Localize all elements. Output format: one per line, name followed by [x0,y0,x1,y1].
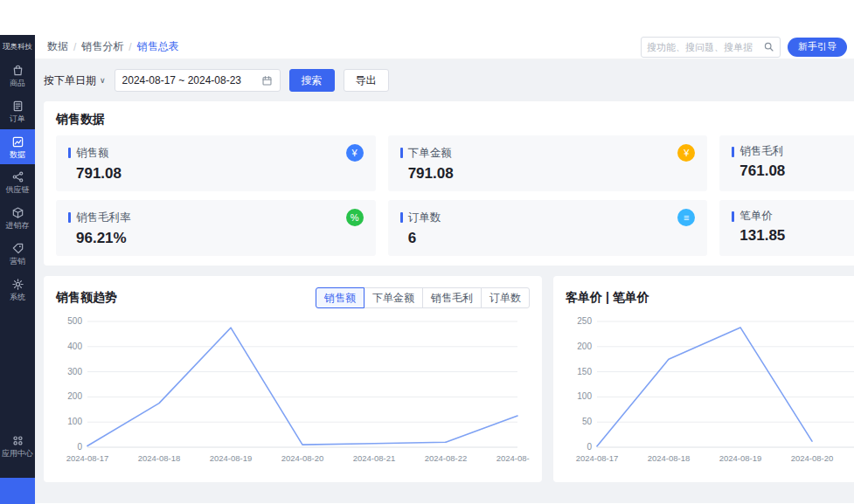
date-range-input[interactable]: 2024-08-17 ~ 2024-08-23 [115,69,281,92]
sidebar-item-supply-chain[interactable]: 供应链 [0,164,35,200]
marketing-icon [11,242,24,255]
breadcrumb-separator: / [128,41,131,53]
stat-value: 131.85 [732,227,854,245]
stat-card-sales-amount: 销售额¥ 791.08 [56,135,376,191]
svg-text:300: 300 [67,367,82,376]
stat-accent-bar [68,212,71,223]
stat-accent-bar [68,148,71,158]
app-grid-icon [11,434,24,447]
sidebar-item-label: 订单 [10,115,25,124]
breadcrumb-data[interactable]: 数据 [47,39,68,54]
stat-card-order-amount: 下单金额¥ 791.08 [388,135,708,191]
sidebar-item-label: 进销存 [6,222,30,231]
sidebar-item-label: 系统 [10,293,25,302]
svg-text:0: 0 [587,442,592,452]
stat-label: 笔单价 [739,209,773,224]
sales-trend-title: 销售额趋势 [56,290,117,306]
svg-text:2024-08-19: 2024-08-19 [210,453,253,463]
stat-value: 6 [400,230,696,247]
topbar: 数据 / 销售分析 / 销售总表 新手引导 [35,35,854,59]
guide-button[interactable]: 新手引导 [788,38,847,57]
sidebar-item-data[interactable]: 数据 [0,129,35,165]
svg-text:400: 400 [67,342,82,351]
svg-text:2024-08-18: 2024-08-18 [138,453,181,463]
sidebar-item-label: 供应链 [6,186,30,195]
stat-label: 订单数 [408,211,441,225]
export-button[interactable]: 导出 [344,69,389,92]
trend-tab-sales-amount[interactable]: 销售额 [316,287,365,308]
main-area: 数据 / 销售分析 / 销售总表 新手引导 按下单日期 ∨ [35,35,854,504]
svg-text:2024-08-19: 2024-08-19 [719,453,762,463]
supply-chain-icon [11,170,24,183]
search-button[interactable]: 搜索 [289,69,335,92]
sales-trend-card: 销售额趋势 销售额 下单金额 销售毛利 订单数 0100200300400500… [44,276,542,482]
gross-margin-icon: % [346,209,364,226]
search-input[interactable] [647,42,763,52]
top-whitespace [0,0,854,35]
global-search-box[interactable] [641,37,781,58]
sidebar-item-label: 数据 [10,151,25,160]
breadcrumb-sales-summary: 销售总表 [137,39,179,54]
svg-text:2024-08-22: 2024-08-22 [425,453,468,463]
brand-logo: 现奥科技 [0,35,35,58]
date-range-value: 2024-08-17 ~ 2024-08-23 [122,74,241,86]
date-type-select[interactable]: 按下单日期 ∨ [44,73,106,88]
svg-text:50: 50 [582,417,593,426]
breadcrumb-separator: / [73,41,76,53]
sidebar-item-marketing[interactable]: 营销 [0,236,35,272]
stat-accent-bar [400,148,403,158]
sales-trend-chart: 01002003004005002024-08-172024-08-182024… [56,313,530,466]
sidebar-item-label: 营销 [10,258,25,266]
stat-card-per-order-price: 笔单价 131.85 [719,200,854,256]
order-amount-icon: ¥ [677,144,695,162]
stat-card-gross-profit: 销售毛利 761.08 [719,135,854,191]
topbar-right: 新手引导 [641,37,847,58]
chevron-down-icon: ∨ [100,76,106,85]
svg-text:2024-08-20: 2024-08-20 [791,453,834,463]
trend-metric-tabs: 销售额 下单金额 销售毛利 订单数 [316,287,530,308]
sales-trend-header: 销售额趋势 销售额 下单金额 销售毛利 订单数 [56,287,530,309]
svg-text:500: 500 [67,316,82,326]
calendar-icon [261,75,273,86]
sidebar-item-inventory[interactable]: 进销存 [0,200,35,236]
breadcrumb-sales-analysis[interactable]: 销售分析 [81,39,123,54]
svg-text:100: 100 [67,417,82,426]
sidebar-item-products[interactable]: 商品 [0,58,35,93]
inventory-icon [11,206,24,219]
sidebar: 现奥科技 商品 订单 数据 供应链 进销存 [0,35,35,504]
svg-text:2024-08-18: 2024-08-18 [648,453,691,463]
order-icon [11,100,24,113]
sidebar-collapse-button[interactable] [0,478,35,504]
trend-tab-gross-profit[interactable]: 销售毛利 [422,287,482,308]
charts-row: 销售额趋势 销售额 下单金额 销售毛利 订单数 0100200300400500… [44,276,854,482]
sidebar-item-app-center[interactable]: 应用中心 [0,428,35,464]
svg-text:2024-08-17: 2024-08-17 [66,453,109,463]
order-count-icon: ≡ [677,209,695,226]
page-body: 按下单日期 ∨ 2024-08-17 ~ 2024-08-23 搜索 导出 销售… [35,59,854,503]
stat-accent-bar [732,211,734,222]
trend-tab-order-amount[interactable]: 下单金额 [364,287,423,308]
svg-text:0: 0 [77,442,82,452]
unit-price-card: 客单价 | 笔单价 0501001502002502024-08-172024-… [553,276,854,482]
chart-icon [11,135,24,148]
stat-value: 791.08 [68,165,364,183]
unit-price-title: 客单价 | 笔单价 [566,290,649,306]
stat-label: 销售额 [76,146,109,161]
svg-text:2024-08-20: 2024-08-20 [281,453,324,463]
svg-text:2024-08-23: 2024-08-23 [496,453,530,463]
app-root: 现奥科技 商品 订单 数据 供应链 进销存 [0,0,854,504]
svg-text:100: 100 [577,391,592,401]
trend-tab-order-count[interactable]: 订单数 [481,287,530,308]
svg-text:200: 200 [67,391,82,401]
unit-price-header: 客单价 | 笔单价 [566,287,854,309]
search-icon[interactable] [763,41,774,52]
sidebar-nav: 商品 订单 数据 供应链 进销存 营销 [0,58,35,307]
sidebar-item-system[interactable]: 系统 [0,272,35,307]
sidebar-item-orders[interactable]: 订单 [0,93,35,129]
sales-amount-icon: ¥ [346,144,364,162]
date-type-label: 按下单日期 [44,73,96,88]
svg-text:2024-08-17: 2024-08-17 [576,453,619,463]
filter-row: 按下单日期 ∨ 2024-08-17 ~ 2024-08-23 搜索 导出 [44,68,854,93]
unit-price-chart: 0501001502002502024-08-172024-08-182024-… [566,313,854,466]
stat-value: 96.21% [68,230,364,247]
